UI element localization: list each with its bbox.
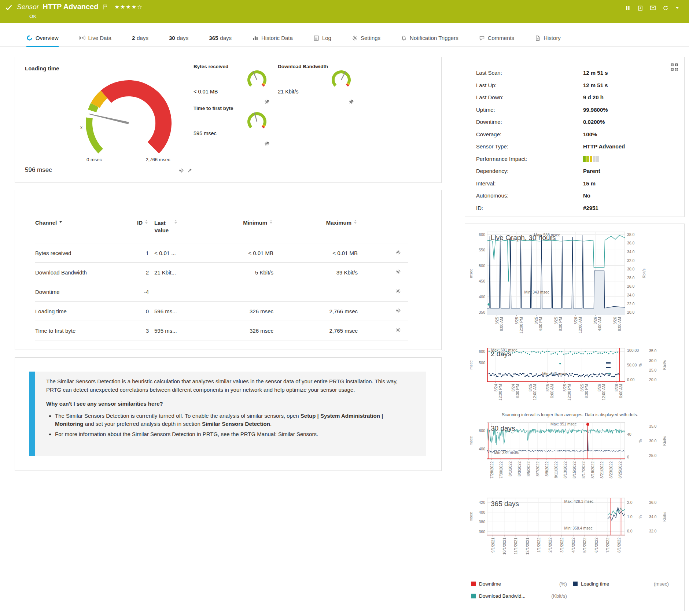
qr-icon[interactable] — [670, 62, 679, 72]
graph-365days[interactable]: 4204003803609/1/202110/1/202111/1/202112… — [467, 497, 681, 572]
graph-2days[interactable]: 6005008/2412:00 PM8/246:00 PM8/2512:00 A… — [467, 346, 681, 411]
settings-icon — [352, 35, 358, 41]
channel-settings-gear-icon[interactable] — [395, 288, 401, 294]
svg-text:30.0: 30.0 — [627, 267, 635, 271]
detail-row-sensor-type: Sensor Type:HTTP Advanced — [476, 140, 675, 153]
tab-settings[interactable]: Settings — [352, 35, 380, 47]
channel-name[interactable]: Time to first byte — [35, 328, 123, 334]
svg-text:36.0: 36.0 — [627, 241, 635, 245]
svg-text:Min: 343 msec: Min: 343 msec — [524, 290, 549, 294]
pause-icon[interactable] — [625, 5, 631, 11]
sort-icon[interactable] — [269, 220, 273, 224]
channel-row-time-to-first-byte[interactable]: Time to first byte3595 ms...326 msec2,76… — [35, 321, 408, 340]
scanning-interval-note: Scanning interval is longer than average… — [467, 412, 673, 417]
channel-settings-gear-icon[interactable] — [395, 269, 401, 274]
legend-item-downtime[interactable]: Downtime(%) — [471, 581, 573, 587]
svg-text:1/1/2022: 1/1/2022 — [537, 538, 541, 553]
channel-id: 0 — [123, 308, 149, 314]
svg-text:8/264:00 AM: 8/264:00 AM — [593, 317, 602, 331]
sort-icon[interactable] — [144, 220, 149, 224]
column-id[interactable]: ID — [123, 220, 149, 226]
detail-value: 12 m 51 s — [583, 70, 608, 76]
svg-text:5/1/2022: 5/1/2022 — [582, 538, 587, 553]
tab-label: History — [544, 35, 561, 41]
channel-row-bytes-received[interactable]: Bytes received1< 0.01 ...< 0.01 MB< 0.01… — [35, 243, 408, 263]
svg-text:8/1/2022: 8/1/2022 — [617, 538, 621, 553]
svg-text:8/19/2022: 8/19/2022 — [590, 461, 595, 479]
svg-text:8/13/2022: 8/13/2022 — [563, 461, 567, 479]
svg-text:Kbit/s: Kbit/s — [662, 360, 667, 370]
tab-history[interactable]: History — [535, 35, 561, 47]
tab-comments[interactable]: Comments — [479, 35, 515, 47]
svg-text:600: 600 — [479, 349, 485, 354]
channel-row-loading-time[interactable]: Loading time0596 ms...326 msec2,766 msec — [35, 302, 408, 321]
channel-row-downtime[interactable]: Downtime-4 — [35, 282, 408, 302]
svg-text:550: 550 — [479, 248, 485, 252]
tab-overview[interactable]: Overview — [26, 35, 59, 47]
column-maximum[interactable]: Maximum — [273, 220, 358, 226]
gauge-settings-gear-icon[interactable] — [178, 168, 184, 173]
svg-text:2 days: 2 days — [491, 350, 511, 358]
graph-live[interactable]: 6005505004504003508/258:00 AM8/2512:00 P… — [467, 230, 681, 343]
similar-sensors-bullet-2: For more information about the Similar S… — [55, 430, 407, 439]
gauge-title: Download Bandwidth — [278, 63, 369, 69]
legend-label: Download Bandwid... — [479, 593, 526, 599]
tab-historic-data[interactable]: Historic Data — [252, 35, 293, 47]
clone-icon[interactable] — [637, 5, 643, 11]
svg-text:8/2512:00 PM: 8/2512:00 PM — [515, 317, 523, 333]
channel-name[interactable]: Download Bandwidth — [35, 269, 123, 276]
detail-label: Last Up: — [476, 82, 583, 88]
legend-item-download-bandwid[interactable]: Download Bandwid...(Kbit/s) — [471, 593, 573, 599]
svg-text:8/258:00 AM: 8/258:00 AM — [495, 317, 504, 331]
detail-value: 15 m — [583, 180, 596, 187]
channel-name[interactable]: Loading time — [35, 308, 123, 314]
svg-text:0.0: 0.0 — [627, 529, 633, 533]
detail-row-uptime: Uptime:99.9800% — [476, 104, 675, 116]
tab-label: Historic Data — [261, 35, 293, 41]
graph-30days[interactable]: 8004007/28/20227/30/20228/1/20228/3/2022… — [467, 421, 681, 493]
similar-sensors-panel: The Similar Sensors Detection is a heuri… — [15, 357, 442, 471]
svg-text:8/256:00 PM: 8/256:00 PM — [580, 384, 589, 398]
svg-text:8/21/2022: 8/21/2022 — [600, 461, 604, 479]
tab-log[interactable]: Log — [313, 35, 331, 47]
detail-row-coverage: Coverage:100% — [476, 128, 675, 141]
sort-desc-icon[interactable] — [58, 220, 63, 224]
column-minimum[interactable]: Minimum — [200, 220, 273, 226]
channel-table-panel: ChannelIDLast ValueMinimumMaximumBytes r… — [15, 190, 442, 350]
sort-icon[interactable] — [173, 220, 178, 224]
svg-text:7/28/2022: 7/28/2022 — [490, 461, 494, 479]
channel-row-download-bandwidth[interactable]: Download Bandwidth221 Kbit...5 Kbit/s39 … — [35, 263, 408, 282]
legend-item-loading-time[interactable]: Loading time(msec) — [573, 581, 675, 587]
performance-impact-bars — [583, 156, 599, 162]
priority-stars[interactable]: ★★★★☆ — [114, 4, 143, 10]
flag-icon[interactable] — [103, 4, 108, 10]
info-box: The Similar Sensors Detection is a heuri… — [29, 372, 426, 456]
channel-name[interactable]: Bytes received — [35, 250, 123, 256]
caret-down-icon[interactable] — [675, 6, 679, 10]
tab-live-data[interactable]: Live Data — [79, 35, 111, 47]
detail-label: ID: — [476, 205, 583, 211]
gauge-pin-icon[interactable] — [187, 168, 192, 173]
tab-30-days[interactable]: 30days — [169, 35, 188, 47]
detail-row-last-scan: Last Scan:12 m 51 s — [476, 67, 675, 79]
mail-icon[interactable] — [650, 5, 656, 11]
channel-settings-gear-icon[interactable] — [395, 308, 401, 313]
svg-text:400: 400 — [479, 295, 485, 299]
column-channel[interactable]: Channel — [35, 220, 123, 226]
channel-name[interactable]: Downtime — [35, 289, 123, 295]
tab-365-days[interactable]: 365days — [209, 35, 232, 47]
column-last-value[interactable]: Last Value — [149, 220, 200, 234]
tab-2-days[interactable]: 2days — [132, 35, 148, 47]
channel-settings-gear-icon[interactable] — [395, 250, 401, 255]
svg-text:8/254:00 PM: 8/254:00 PM — [534, 317, 543, 331]
gauge-block-bytes-received: Bytes received< 0.01 MB — [194, 63, 286, 99]
tab-notification-triggers[interactable]: Notification Triggers — [401, 35, 458, 47]
comment-icon — [479, 35, 485, 41]
sort-icon[interactable] — [353, 220, 358, 224]
svg-text:2/1/2022: 2/1/2022 — [548, 538, 552, 553]
channel-settings-gear-icon[interactable] — [395, 327, 401, 333]
svg-text:40: 40 — [627, 432, 631, 436]
legend-swatch — [573, 582, 578, 586]
refresh-icon[interactable] — [663, 5, 668, 11]
legend-unit: (Kbit/s) — [551, 593, 573, 599]
